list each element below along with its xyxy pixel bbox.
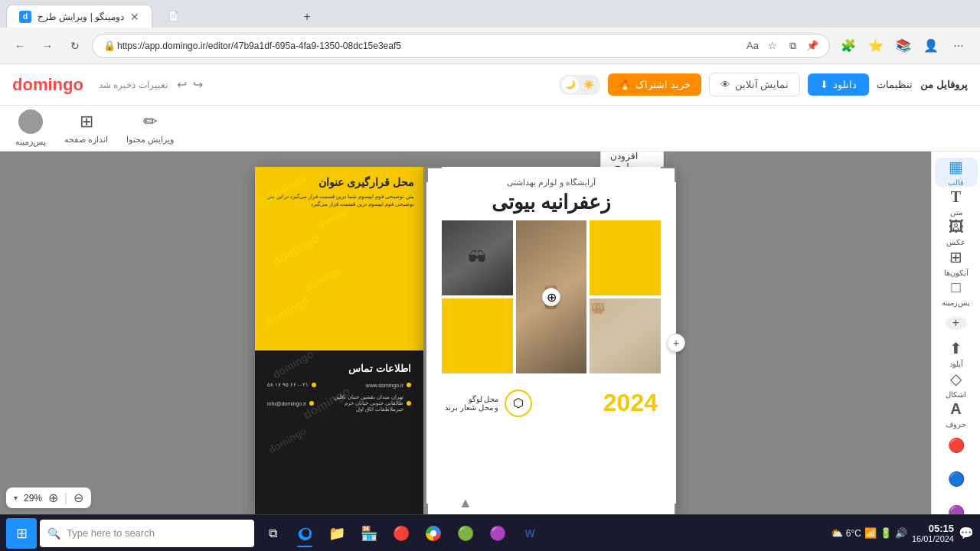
panel-item-background[interactable]: □ پس‌زمینه [935,279,978,307]
right-page-bottom: ⬡ محل لوگو و محل شعار برند 2024 [426,380,676,426]
image-cell-sunglasses[interactable]: 🕶 [442,220,513,295]
panel-item-icons[interactable]: ⊞ آیکون‌ها [935,248,978,277]
tab-bar: d دومینگو | ویرایش طرح ✕ 📄 + [0,0,980,28]
zoom-out-button[interactable]: ⊖ [74,491,83,505]
tab-inactive[interactable]: 📄 [155,5,293,28]
taskbar-app-purple[interactable]: 🟣 [482,518,513,549]
zoom-in-button[interactable]: ⊕ [48,491,58,505]
plugin-2-icon: 🔵 [948,471,965,487]
taskbar-app-green[interactable]: 🟢 [450,518,481,549]
template-icon: ▦ [949,158,963,176]
top-actions: i 🛒 افزودن طرح به سبد خرید [661,152,676,155]
taskbar-app-files[interactable]: 📁 [322,518,352,549]
tab-label: دومینگو | ویرایش طرح [38,11,124,22]
taskbar-search[interactable]: 🔍 Type here to search [40,520,254,547]
icons-icon: ⊞ [949,248,962,266]
left-page-bottom: domingo domingo domingo اطلاعات تماس ۰۲۱… [255,350,423,514]
taskbar: ⊞ 🔍 Type here to search ⧉ 📁 🏪 🔴 🟢 🟣 W [0,514,980,551]
font-icon: A [950,400,961,418]
chrome-icon [426,526,441,541]
address-bar[interactable]: 🔒 https://app.domingo.ir/editor/47b9a1df… [92,34,830,58]
panel-item-text[interactable]: T متن [935,188,978,217]
taskbar-app-chrome[interactable] [418,518,449,549]
contact-phone: ۰۲۱- ۶۶ ۹۵ ۱۷ ۵۸ [267,382,316,388]
tab-inactive-label: 📄 [168,11,179,21]
theme-toggle[interactable]: 🌙 ☀️ [559,75,600,95]
notifications-icon[interactable]: 💬 [959,526,974,540]
add-page-button[interactable]: + [667,334,685,352]
lock-icon: 🔒 [102,38,117,54]
resize-handle[interactable]: ⊕ [542,288,560,306]
background-label: پس‌زمینه [942,298,970,307]
image-cell-product[interactable]: 👜 [590,298,661,373]
split-icon[interactable]: ⧉ [785,38,800,54]
buy-subscription-button[interactable]: خرید اشتراک 🔥 [608,73,701,96]
tab-close-button[interactable]: ✕ [130,11,139,23]
avatar-icon [18,109,43,134]
panel-item-upload[interactable]: ⬆ آپلود [935,339,978,368]
canvas-area: domingo domingo domingo domingo domingo … [0,152,931,514]
app-header: domingo تغییرات ذخیره شد ↩ ↪ 🌙 ☀️ خرید ا… [0,64,980,106]
page-size-icon: ⊞ [80,112,93,132]
panel-item-image[interactable]: 🖼 عکس [935,218,978,246]
design-page-left[interactable]: domingo domingo domingo domingo domingo … [255,167,423,514]
upload-label: آپلود [949,360,963,368]
toolbar-page-size[interactable]: ⊞ اندازه صفحه [64,112,108,145]
watermark-5: domingo [263,293,311,328]
panel-item-template[interactable]: ▦ قالب [935,158,978,187]
reader-icon[interactable]: Aa [745,38,760,54]
panel-item-font[interactable]: A حروف [935,400,978,429]
zoom-dropdown-arrow[interactable]: ▾ [14,494,18,502]
forward-button[interactable]: → [37,35,58,57]
profile-button[interactable]: 👤 [919,34,943,58]
favorites-icon[interactable]: ☆ [765,38,780,54]
undo-button[interactable]: ↩ [177,77,187,92]
tab-active[interactable]: d دومینگو | ویرایش طرح ✕ [6,5,152,28]
light-mode-toggle[interactable]: ☀️ [580,77,597,93]
start-button[interactable]: ⊞ [6,518,37,549]
contact-row-1: ۰۲۱- ۶۶ ۹۵ ۱۷ ۵۸ www.domingo.ir [267,382,411,388]
panel-item-plugin-2[interactable]: 🔵 [941,464,972,494]
page-size-label: اندازه صفحه [64,135,108,145]
download-button[interactable]: دانلود ⬇ [808,73,869,96]
dark-mode-toggle[interactable]: 🌙 [562,77,579,93]
extensions-button[interactable]: 🧩 [836,34,861,58]
template-label: قالب [948,178,964,187]
panel-item-plugin-1[interactable]: 🔴 [941,430,972,461]
pinned-icon[interactable]: 📌 [805,38,820,54]
profile-button[interactable]: پروفایل من [920,79,968,90]
contact-address-text: تهران میدان نقشین جنبان ناقلین طالقانی ج… [320,394,403,412]
watermark-3: domingo [270,231,322,269]
panel-item-plugin-3[interactable]: 🟣 [941,497,972,514]
more-button[interactable]: ··· [946,34,971,58]
zoom-controls: ▾ 29% ⊕ | ⊖ [6,487,91,508]
taskbar-app-task-view[interactable]: ⧉ [257,518,288,549]
preview-button[interactable]: نمایش آنلاین 👁 [709,73,801,96]
contact-row-2: info@domingo.ir تهران میدان نقشین جنبان … [267,394,411,412]
contact-dot-address [407,401,411,406]
settings-button[interactable]: تنظیمات [877,79,913,90]
favorites-button[interactable]: ⭐ [864,34,888,58]
shapes-label: اشکال [946,390,966,399]
toolbar-background[interactable]: پس‌زمینه [15,109,46,147]
taskbar-app-store[interactable]: 🏪 [354,518,384,549]
redo-button[interactable]: ↪ [193,77,203,92]
collections-button[interactable]: 📚 [891,34,916,58]
buy-label: خرید اشتراک [635,79,691,90]
design-page-right[interactable]: آرایشگاه و لوازم بهداشتی زعفرانیه بیوتی … [423,167,676,514]
left-page-body: متن توضیحی فوم ایپسوم شما درین قسمت قرار… [255,193,423,208]
right-page-header: آرایشگاه و لوازم بهداشتی زعفرانیه بیوتی [426,167,676,220]
taskbar-app-edge[interactable] [289,518,320,549]
taskbar-app-word[interactable]: W [514,518,545,549]
back-button[interactable]: ← [9,35,31,57]
panel-add-button[interactable]: + [946,316,967,330]
panel-item-shapes[interactable]: ◇ اشکال [935,370,978,399]
toolbar-edit-content[interactable]: ✏ ویرایش محتوا [126,112,174,145]
upload-icon: ⬆ [949,339,962,357]
scroll-up-arrow[interactable]: ▲ [459,495,472,511]
taskbar-app-red[interactable]: 🔴 [386,518,416,549]
contact-dot-web [407,383,411,387]
new-tab-button[interactable]: + [296,6,318,28]
browser-toolbar-right: 🧩 ⭐ 📚 👤 ··· [836,34,971,58]
refresh-button[interactable]: ↻ [64,35,86,57]
